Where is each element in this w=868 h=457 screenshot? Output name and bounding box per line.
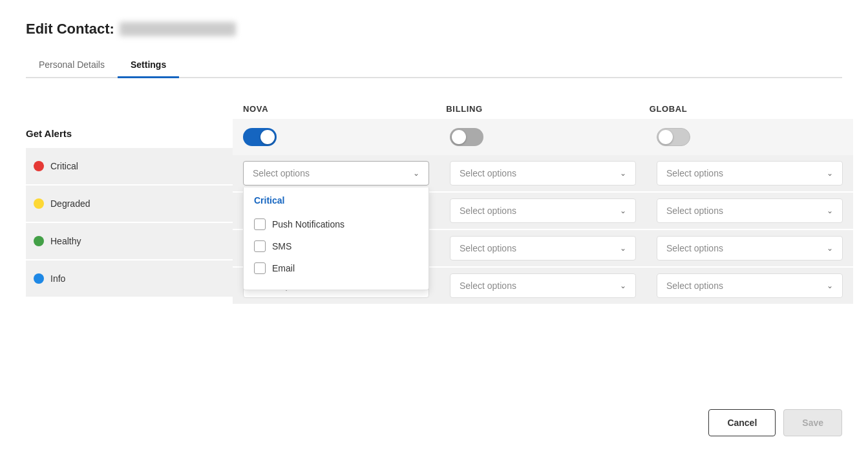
chevron-down-icon: ⌄ [827,281,833,290]
column-billing: Select options ⌄ Select options ⌄ Select… [439,119,646,305]
columns-area: Select options ⌄ Critical Push Notificat… [233,119,853,305]
dropdown-option-sms[interactable]: SMS [254,235,418,257]
dot-blue [34,273,44,284]
dot-red [34,161,44,171]
chevron-down-icon: ⌄ [413,169,419,178]
chevron-down-icon: ⌄ [620,169,626,178]
global-healthy-select[interactable]: Select options ⌄ [657,236,843,260]
row-label-critical: Critical [26,148,233,184]
global-degraded-select-row: Select options ⌄ [646,193,853,229]
row-label-degraded: Degraded [26,186,233,222]
billing-degraded-select[interactable]: Select options ⌄ [450,198,636,223]
nova-critical-dropdown: Critical Push Notifications SMS Email [243,187,429,290]
bottom-actions: Cancel Save [708,409,842,436]
nova-critical-select-row: Select options ⌄ Critical Push Notificat… [233,155,439,191]
column-headers: NOVA BILLING GLOBAL [233,99,842,119]
col-header-billing: BILLING [436,99,639,119]
page-title: Edit Contact: [26,21,842,37]
checkbox-email[interactable] [254,262,266,274]
chevron-down-icon: ⌄ [620,206,626,215]
tab-settings[interactable]: Settings [118,53,179,78]
dropdown-section-critical: Critical [254,195,418,206]
global-degraded-select[interactable]: Select options ⌄ [657,198,843,223]
checkbox-push[interactable] [254,218,266,230]
billing-info-select-row: Select options ⌄ [439,268,646,304]
row-label-info: Info [26,260,233,297]
checkbox-sms[interactable] [254,240,266,252]
row-header-label: Get Alerts [26,119,233,148]
global-toggle[interactable] [657,128,690,146]
nova-toggle-thumb [260,130,275,144]
col-header-global: GLOBAL [639,99,842,119]
row-label-healthy: Healthy [26,223,233,259]
global-info-select[interactable]: Select options ⌄ [657,273,843,298]
col-header-nova: NOVA [233,99,436,119]
dropdown-option-push[interactable]: Push Notifications [254,213,418,235]
page-title-text: Edit Contact: [26,21,114,37]
dropdown-option-email[interactable]: Email [254,257,418,279]
contact-name-blurred [120,22,236,36]
main-layout: Get Alerts Critical Degraded Healthy Inf… [26,119,842,305]
tab-bar: Personal Details Settings [26,53,842,78]
row-labels: Get Alerts Critical Degraded Healthy Inf… [26,119,233,298]
dot-yellow [34,198,44,209]
chevron-down-icon: ⌄ [620,244,626,253]
chevron-down-icon: ⌄ [827,169,833,178]
billing-degraded-select-row: Select options ⌄ [439,193,646,229]
nova-critical-select[interactable]: Select options ⌄ [243,161,429,186]
billing-healthy-select[interactable]: Select options ⌄ [450,236,636,260]
chevron-down-icon: ⌄ [620,281,626,290]
billing-toggle[interactable] [450,128,483,146]
global-toggle-thumb [659,130,673,144]
billing-toggle-row [439,119,646,155]
nova-toggle[interactable] [243,128,277,146]
global-critical-select[interactable]: Select options ⌄ [657,161,843,186]
cancel-button[interactable]: Cancel [708,409,776,436]
billing-critical-select-row: Select options ⌄ [439,155,646,191]
tab-personal-details[interactable]: Personal Details [26,53,118,78]
dot-green [34,236,44,246]
billing-critical-select[interactable]: Select options ⌄ [450,161,636,186]
billing-toggle-thumb [452,130,466,144]
nova-toggle-row [233,119,439,155]
save-button[interactable]: Save [783,409,842,436]
global-critical-select-row: Select options ⌄ [646,155,853,191]
column-nova: Select options ⌄ Critical Push Notificat… [233,119,439,305]
global-toggle-row [646,119,853,155]
global-healthy-select-row: Select options ⌄ [646,230,853,266]
billing-healthy-select-row: Select options ⌄ [439,230,646,266]
chevron-down-icon: ⌄ [827,244,833,253]
billing-info-select[interactable]: Select options ⌄ [450,273,636,298]
column-global: Select options ⌄ Select options ⌄ Select… [646,119,853,305]
global-info-select-row: Select options ⌄ [646,268,853,304]
chevron-down-icon: ⌄ [827,206,833,215]
